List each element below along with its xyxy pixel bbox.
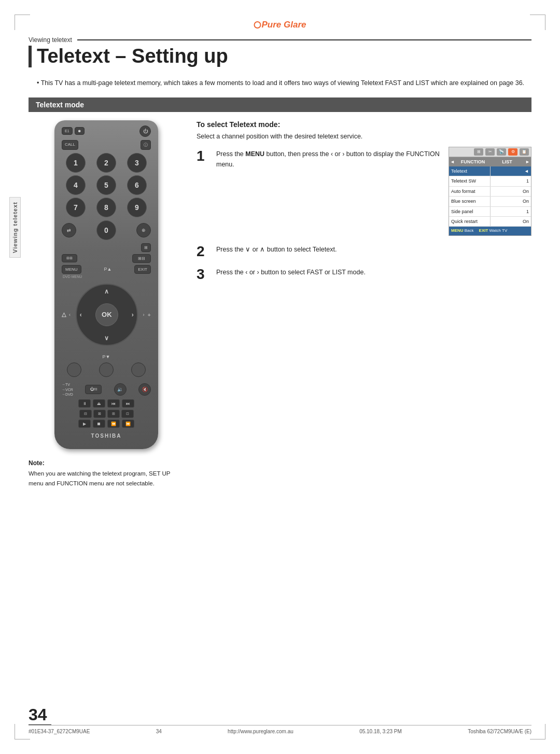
remote-call-row: CALL ⓘ — [62, 140, 151, 150]
remote-num-7[interactable]: 7 — [66, 198, 86, 217]
remote-prev-btn[interactable]: ⏮ — [107, 399, 120, 408]
remote-top-row: E1 ⏺ ⏻ — [62, 125, 151, 137]
remote-pa-label: P▲ — [104, 267, 111, 272]
page-title-bar: Teletext – Setting up — [29, 46, 531, 67]
nav-up-btn[interactable]: ∧ — [104, 288, 109, 295]
remote-col-btn-3[interactable] — [131, 362, 146, 377]
side-label: Viewing teletext — [9, 197, 21, 258]
remote-nav-circle: OK ∧ ∨ ‹ › — [76, 284, 138, 346]
remote-nav-left-outer: △ — [62, 311, 66, 318]
remote-playback-row-2: ⊟ ⊠ ⊞ ⊡ — [62, 410, 151, 418]
remote-num-0[interactable]: 0 — [96, 220, 116, 240]
remote-exit-btn[interactable]: EXIT — [134, 265, 151, 274]
remote-pv-label: P▼ — [62, 354, 151, 359]
intro-text: This TV has a multi-page teletext memory… — [37, 78, 531, 88]
nav-right-btn[interactable]: › — [132, 311, 134, 318]
remote-pb-btn-4[interactable]: ⊡ — [121, 410, 134, 418]
fm-icon-5: 📋 — [520, 148, 529, 156]
fm-cell-auto-format-value: On — [490, 187, 531, 196]
remote-icon-2[interactable]: ⊞⊟ — [132, 254, 151, 263]
corner-decoration-tl — [15, 15, 30, 30]
remote-src-btn[interactable]: ⏻/II — [85, 385, 102, 394]
remote-extra-btn[interactable]: ⊞ — [141, 243, 151, 252]
remote-vol-btn[interactable]: 🔉 — [114, 383, 127, 396]
fm-footer-back: MENU Back — [451, 228, 474, 234]
fm-cell-teletext-value: ◄ — [490, 166, 531, 176]
fm-row-blue-screen: Blue screen On — [449, 197, 531, 206]
fm-cell-teletext-sw-value: 1 — [490, 176, 531, 186]
remote-nav-small-right: › — [143, 312, 145, 317]
remote-playback-row-1: ⏸ ⏏ ⏮ ⏭ — [62, 399, 151, 408]
logo: Pure Glare — [254, 20, 306, 30]
remote-num-2[interactable]: 2 — [96, 153, 116, 173]
remote-playback-row-3: ▶ ⏹ ⏪ ⏩ — [62, 420, 151, 428]
fm-header-arrow-right: ► — [524, 157, 531, 166]
remote-num-5[interactable]: 5 — [96, 175, 116, 195]
remote-pb-btn-3[interactable]: ⊞ — [107, 410, 120, 418]
main-content: Viewing teletext Teletext – Setting up T… — [29, 36, 531, 723]
remote-col-btn-1[interactable] — [67, 362, 81, 377]
fm-row-quick-restart: Quick restart On — [449, 217, 531, 227]
remote-menu-exit-row: MENU P▲ EXIT — [62, 265, 151, 274]
fm-header-row: ◄ FUNCTION LIST ► — [449, 157, 531, 166]
remote-col-btn-2[interactable] — [99, 362, 114, 377]
section-header: Viewing teletext — [29, 36, 531, 44]
step-1-number: 1 — [197, 149, 209, 163]
nav-down-btn[interactable]: ∨ — [104, 334, 109, 342]
remote-play-btn[interactable]: ▶ — [78, 420, 91, 428]
fm-cell-side-panel-value: 1 — [490, 207, 531, 216]
remote-swap-btn[interactable]: ⇄ — [62, 223, 76, 238]
step-2-number: 2 — [197, 244, 209, 259]
nav-left-btn[interactable]: ‹ — [80, 311, 82, 318]
remote-extra-row: ⊞ — [62, 243, 151, 252]
fm-icon-2: ✂ — [485, 148, 495, 156]
page-title: Teletext – Setting up — [37, 46, 531, 67]
fm-cell-blue-screen-value: On — [490, 197, 531, 206]
remote-eject-btn[interactable]: ⏏ — [93, 399, 105, 408]
remote-num-8[interactable]: 8 — [96, 198, 116, 217]
nav-ok-btn[interactable]: OK — [95, 303, 118, 326]
remote-mute-btn[interactable]: 🔇 — [138, 383, 151, 396]
fm-icon-4: ⚙ — [508, 148, 517, 156]
remote-col-btns — [62, 362, 151, 377]
remote-icon-row: ⊞⊞ ⊞⊟ — [62, 254, 151, 263]
remote-rew-btn[interactable]: ⏪ — [107, 420, 120, 428]
step-2-content: Press the ∨ or ∧ button to select Telete… — [216, 244, 531, 255]
remote-num-3[interactable]: 3 — [127, 153, 147, 173]
remote-nav-row: △ ‹ OK ∧ ∨ ‹ › › + — [62, 280, 151, 350]
remote-power-btn[interactable]: ⏻ — [139, 125, 151, 137]
remote-num-6[interactable]: 6 — [127, 175, 147, 195]
remote-search-btn[interactable]: ⊕ — [136, 223, 151, 238]
remote-pb-btn-2[interactable]: ⊠ — [93, 410, 106, 418]
remote-nav-small-left: ‹ — [69, 312, 71, 317]
remote-nav-right-outer: + — [148, 312, 151, 318]
remote-info-btn[interactable]: ⓘ — [141, 140, 151, 150]
corner-decoration-bl — [15, 724, 30, 739]
remote-numpad: 1 2 3 4 5 6 7 8 9 — [62, 153, 151, 217]
steps-container: 1 ⊞ ✂ 📡 ⚙ 📋 ◄ — [197, 149, 531, 282]
note-text: When you are watching the teletext progr… — [29, 469, 184, 488]
step-3: 3 Press the ‹ or › button to select FAST… — [197, 267, 531, 282]
remote-pause-btn[interactable]: ⏸ — [78, 399, 91, 408]
remote-ff-btn[interactable]: ⏩ — [122, 420, 134, 428]
remote-source-row: →TV→VCR→DVD ⏻/II 🔉 🔇 — [62, 382, 151, 397]
remote-stop-btn[interactable]: ⏹ — [93, 420, 105, 428]
remote-call-btn[interactable]: CALL — [62, 140, 78, 150]
remote-next-btn[interactable]: ⏭ — [122, 399, 134, 408]
fm-cell-teletext-sw-label: Teletext SW — [449, 176, 490, 186]
remote-pb-btn-1[interactable]: ⊟ — [79, 410, 92, 418]
section-divider — [77, 39, 531, 40]
remote-menu-btn[interactable]: MENU — [62, 265, 81, 274]
remote-num-9[interactable]: 9 — [127, 198, 147, 217]
remote-dvd-menu-label: DVD MENU — [62, 275, 151, 278]
remote-num-1[interactable]: 1 — [66, 153, 86, 173]
remote-misc-row: ⇄ 0 ⊕ — [62, 220, 151, 240]
step-3-number: 3 — [197, 267, 209, 282]
fm-cell-auto-format-label: Auto format — [449, 187, 490, 196]
remote-icon-1[interactable]: ⊞⊞ — [62, 254, 77, 262]
footer-right: Toshiba 62/72CM9UA/E (E) — [468, 729, 531, 734]
remote-num-4[interactable]: 4 — [66, 175, 86, 195]
note-box: Note: When you are watching the teletext… — [29, 459, 184, 488]
select-description: Select a channel position with the desir… — [197, 132, 531, 142]
footer-left: #01E34-37_6272CM9UAE — [29, 729, 90, 734]
